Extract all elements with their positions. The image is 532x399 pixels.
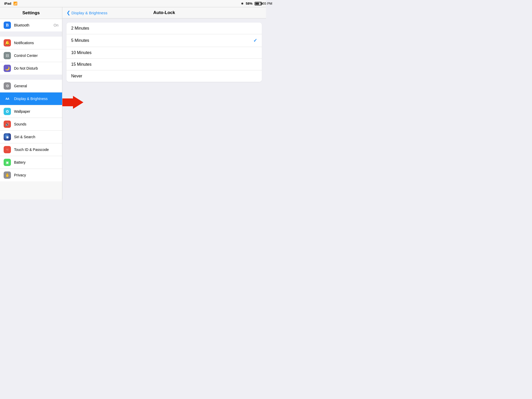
- autolock-item-2min[interactable]: 2 Minutes: [66, 23, 262, 34]
- right-pane: ❮ Display & Brightness Auto-Lock osxdail…: [62, 7, 266, 200]
- main-content: Settings B Bluetooth On 🔔 Notifications …: [0, 7, 266, 200]
- privacy-label: Privacy: [14, 173, 58, 177]
- sidebar-item-wallpaper[interactable]: ✿ Wallpaper: [0, 105, 62, 118]
- sidebar-item-dnd[interactable]: 🌙 Do Not Disturb: [0, 62, 62, 75]
- control-center-label: Control Center: [14, 54, 58, 58]
- general-icon: ⚙: [4, 82, 11, 90]
- autolock-2min-label: 2 Minutes: [71, 26, 89, 31]
- sidebar-gap-2: [0, 75, 62, 80]
- sidebar-gap-1: [0, 31, 62, 37]
- general-label: General: [14, 84, 58, 88]
- autolock-5min-label: 5 Minutes: [71, 38, 89, 43]
- battery-fill: [255, 3, 259, 5]
- dnd-label: Do Not Disturb: [14, 66, 58, 70]
- dnd-icon: 🌙: [4, 65, 11, 72]
- back-chevron-icon: ❮: [66, 10, 70, 15]
- display-label: Display & Brightness: [14, 97, 58, 101]
- sidebar-title: Settings: [0, 7, 62, 19]
- sounds-icon: 🔊: [4, 121, 11, 128]
- siri-icon: ◉: [4, 133, 11, 141]
- status-right: ∗ 58%: [241, 2, 262, 5]
- bluetooth-label: Bluetooth: [14, 23, 54, 27]
- bluetooth-status-icon: ∗: [241, 2, 244, 5]
- status-left: iPad 📶: [4, 2, 17, 5]
- sidebar-group-1: B Bluetooth On: [0, 19, 62, 31]
- touchid-label: Touch ID & Passcode: [14, 148, 58, 152]
- autolock-never-label: Never: [71, 74, 82, 78]
- autolock-5min-checkmark: ✓: [253, 38, 257, 43]
- red-arrow-annotation: [62, 96, 83, 110]
- bluetooth-icon: B: [4, 22, 11, 29]
- autolock-list: 2 Minutes 5 Minutes ✓ 10 Minutes 15 Minu…: [66, 23, 262, 82]
- battery-percent: 58%: [246, 2, 252, 5]
- right-header: ❮ Display & Brightness Auto-Lock: [62, 7, 266, 18]
- sidebar-item-sounds[interactable]: 🔊 Sounds: [0, 118, 62, 131]
- autolock-15min-label: 15 Minutes: [71, 62, 91, 67]
- notifications-icon: 🔔: [4, 39, 11, 46]
- sidebar-item-touchid[interactable]: ☜ Touch ID & Passcode: [0, 143, 62, 156]
- sounds-label: Sounds: [14, 122, 58, 126]
- status-bar: iPad 📶 9:55 PM ∗ 58%: [0, 0, 266, 7]
- siri-label: Siri & Search: [14, 135, 58, 139]
- back-label: Display & Brightness: [71, 11, 107, 15]
- notifications-label: Notifications: [14, 41, 58, 45]
- control-center-icon: ⊟: [4, 52, 11, 59]
- sidebar-item-notifications[interactable]: 🔔 Notifications: [0, 37, 62, 49]
- right-pane-title: Auto-Lock: [153, 10, 175, 15]
- sidebar-item-siri[interactable]: ◉ Siri & Search: [0, 131, 62, 143]
- privacy-icon: ✋: [4, 171, 11, 179]
- autolock-item-15min[interactable]: 15 Minutes: [66, 59, 262, 70]
- sidebar-group-3: ⚙ General AA Display & Brightness ✿ Wall…: [0, 80, 62, 181]
- autolock-item-10min[interactable]: 10 Minutes: [66, 47, 262, 59]
- sidebar: Settings B Bluetooth On 🔔 Notifications …: [0, 7, 62, 200]
- sidebar-item-general[interactable]: ⚙ General: [0, 80, 62, 92]
- autolock-item-never[interactable]: Never: [66, 70, 262, 82]
- sidebar-item-control-center[interactable]: ⊟ Control Center: [0, 49, 62, 62]
- touchid-icon: ☜: [4, 146, 11, 153]
- right-body: osxdaily.com 2 Minutes 5 Minutes ✓: [62, 18, 266, 200]
- wifi-icon: 📶: [13, 2, 17, 5]
- sidebar-item-bluetooth[interactable]: B Bluetooth On: [0, 19, 62, 31]
- display-icon: AA: [4, 95, 11, 102]
- sidebar-group-2: 🔔 Notifications ⊟ Control Center 🌙 Do No…: [0, 37, 62, 75]
- sidebar-item-battery[interactable]: ▣ Battery: [0, 156, 62, 169]
- wallpaper-icon: ✿: [4, 108, 11, 115]
- wallpaper-label: Wallpaper: [14, 109, 58, 114]
- svg-marker-0: [62, 96, 83, 109]
- battery-label: Battery: [14, 160, 58, 164]
- back-button[interactable]: ❮ Display & Brightness: [66, 10, 107, 15]
- sidebar-list: B Bluetooth On 🔔 Notifications ⊟ Control…: [0, 19, 62, 200]
- battery-icon: ▣: [4, 159, 11, 166]
- autolock-10min-label: 10 Minutes: [71, 50, 91, 55]
- sidebar-item-display[interactable]: AA Display & Brightness: [0, 92, 62, 105]
- device-label: iPad: [4, 2, 11, 5]
- autolock-item-5min[interactable]: 5 Minutes ✓: [66, 34, 262, 47]
- autolock-section: 2 Minutes 5 Minutes ✓ 10 Minutes 15 Minu…: [66, 23, 262, 82]
- sidebar-item-privacy[interactable]: ✋ Privacy: [0, 169, 62, 181]
- battery-bar-icon: [255, 2, 262, 5]
- bluetooth-value: On: [54, 23, 58, 27]
